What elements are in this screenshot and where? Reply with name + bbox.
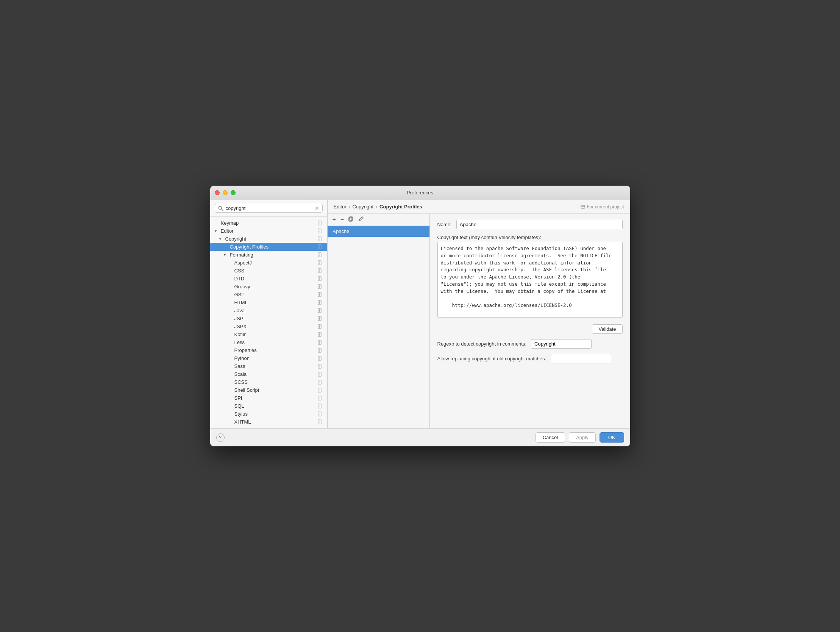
titlebar-buttons [215,190,235,195]
page-icon [317,292,323,298]
sidebar-item-jspx[interactable]: JSPX [210,322,327,330]
sidebar-item-scala[interactable]: Scala [210,370,327,378]
copyright-textarea[interactable] [437,242,623,317]
page-icon [317,244,323,250]
copyright-text-label: Copyright text (may contain Velocity tem… [437,234,623,240]
page-icon [317,324,323,329]
sidebar-item-groovy[interactable]: Groovy [210,283,327,291]
sidebar-item-sass[interactable]: Sass [210,362,327,370]
sidebar-item-label: Keymap [221,220,316,226]
cancel-button[interactable]: Cancel [535,432,565,442]
profile-list-items: Apache [328,226,429,428]
profiles-toolbar: + − [328,214,429,226]
sidebar-item-label: Editor [221,228,316,234]
page-icon [317,332,323,337]
sidebar-item-label: Kotlin [234,331,316,337]
page-icon [317,260,323,266]
search-input-wrap: ✕ [215,204,323,212]
search-clear-button[interactable]: ✕ [315,206,319,211]
page-icon [317,396,323,401]
page-icon [317,300,323,306]
page-icon [317,372,323,377]
sidebar-item-properties[interactable]: Properties [210,346,327,354]
sidebar-item-gsp[interactable]: GSP [210,291,327,299]
sidebar-item-kotlin[interactable]: Kotlin [210,330,327,338]
breadcrumb-editor[interactable]: Editor [334,204,347,209]
window-title: Preferences [407,190,433,195]
page-icon [317,228,323,234]
content-area: ✕ Keymap▾Editor▾CopyrightCopyright Profi… [210,200,630,428]
breadcrumb-copyright[interactable]: Copyright [352,204,373,209]
svg-rect-106 [581,205,585,208]
page-icon [317,340,323,345]
profile-item-apache[interactable]: Apache [328,226,429,237]
sidebar-item-html[interactable]: HTML [210,299,327,307]
sidebar-item-label: Less [234,339,316,345]
sidebar-item-shell-script[interactable]: Shell Script [210,386,327,394]
page-icon [317,388,323,393]
minimize-button[interactable] [223,190,227,195]
sidebar-item-css[interactable]: CSS [210,267,327,275]
bottom-bar: ? Cancel Apply OK [210,428,630,446]
sidebar-item-label: Copyright Profiles [230,244,316,250]
sidebar-item-label: Sass [234,363,316,369]
sidebar-item-label: Scala [234,371,316,377]
sidebar-item-formatting[interactable]: ▾Formatting [210,251,327,259]
sidebar-item-stylus[interactable]: Stylus [210,410,327,418]
page-icon [317,404,323,409]
sidebar-item-xhtml[interactable]: XHTML [210,418,327,426]
sidebar-item-sql[interactable]: SQL [210,402,327,410]
edit-profile-button[interactable] [356,215,365,224]
search-box: ✕ [210,200,327,217]
chevron-icon: ▾ [224,253,229,257]
name-input[interactable] [456,220,623,229]
sidebar-item-scss[interactable]: SCSS [210,378,327,386]
sidebar-item-java[interactable]: Java [210,307,327,315]
sidebar-item-label: Formatting [230,252,316,258]
sidebar-item-label: DTD [234,276,316,282]
sidebar-item-jsp[interactable]: JSP [210,315,327,322]
sidebar-item-label: GSP [234,292,316,298]
page-icon [317,236,323,242]
help-button[interactable]: ? [216,434,224,442]
sidebar-item-python[interactable]: Python [210,354,327,362]
page-icon [317,308,323,314]
sidebar-item-aspectj[interactable]: AspectJ [210,259,327,267]
sidebar-item-label: Python [234,355,316,361]
sidebar-item-copyright[interactable]: ▾Copyright [210,235,327,243]
page-icon [317,412,323,417]
close-button[interactable] [215,190,219,195]
maximize-button[interactable] [231,190,235,195]
sidebar-item-editor[interactable]: ▾Editor [210,227,327,235]
sidebar-item-label: Copyright [225,236,316,242]
ok-button[interactable]: OK [600,432,624,442]
sidebar-item-label: JSPX [234,323,316,329]
svg-line-1 [221,209,223,211]
page-icon [317,364,323,369]
validate-button[interactable]: Validate [592,324,622,334]
allow-row: Allow replacing copyright if old copyrig… [437,354,623,363]
regexp-input[interactable] [531,339,592,348]
breadcrumb-sep-2: › [376,204,377,209]
sidebar-item-dtd[interactable]: DTD [210,275,327,283]
page-icon [317,420,323,425]
for-project-label: For current project [587,204,624,209]
svg-point-0 [218,206,221,209]
breadcrumb-sep-1: › [349,204,350,209]
sidebar-item-label: Properties [234,347,316,353]
sidebar-item-copyright-profiles[interactable]: Copyright Profiles [210,243,327,251]
edit-icon [358,216,363,222]
allow-input[interactable] [551,354,611,363]
breadcrumb-project[interactable]: For current project [581,204,624,209]
sidebar-item-label: HTML [234,300,316,306]
copyright-text-section: Copyright text (may contain Velocity tem… [437,234,623,319]
sidebar-item-keymap[interactable]: Keymap [210,219,327,227]
add-profile-button[interactable]: + [331,215,338,224]
sidebar-item-label: JSP [234,316,316,321]
sidebar-item-spi[interactable]: SPI [210,394,327,402]
apply-button[interactable]: Apply [569,432,596,442]
remove-profile-button[interactable]: − [339,215,346,224]
sidebar-item-less[interactable]: Less [210,338,327,346]
search-input[interactable] [226,205,313,211]
copy-profile-button[interactable] [347,215,355,224]
